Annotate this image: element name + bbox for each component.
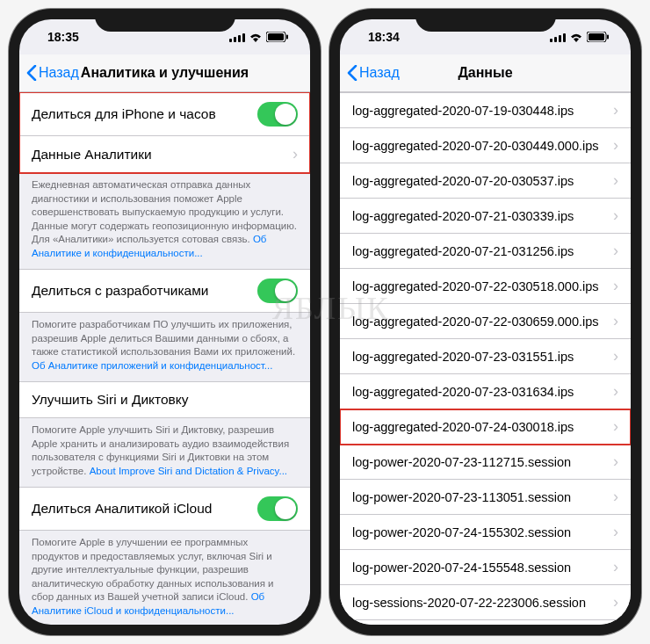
file-row[interactable]: log-aggregated-2020-07-20-030537.ips› — [340, 163, 631, 199]
back-button[interactable]: Назад — [347, 65, 400, 81]
footer-siri: Помогите Apple улучшить Siri и Диктовку,… — [19, 418, 310, 487]
file-row[interactable]: log-power-2020-07-24-155302.session› — [340, 515, 631, 550]
cellular-icon — [229, 33, 245, 42]
file-name: log-aggregated-2020-07-20-030449.000.ips — [352, 139, 599, 153]
file-row[interactable]: log-aggregated-2020-07-19-030448.ips› — [340, 92, 631, 128]
chevron-right-icon: › — [613, 242, 618, 260]
cell-label: Делиться для iPhone и часов — [32, 106, 216, 122]
phone-left: 18:35 Назад Аналитика и улучшения Делить… — [9, 9, 321, 635]
file-row[interactable]: log-aggregated-2020-07-20-030449.000.ips… — [340, 128, 631, 163]
file-name: log-power-2020-07-24-155548.session — [352, 561, 571, 575]
chevron-right-icon: › — [613, 171, 618, 190]
file-row[interactable]: log-aggregated-2020-07-21-031256.ips› — [340, 234, 631, 269]
back-label: Назад — [359, 65, 400, 81]
status-right — [229, 32, 289, 42]
svg-rect-9 — [559, 35, 561, 42]
screen-left: 18:35 Назад Аналитика и улучшения Делить… — [19, 19, 310, 625]
row-analytics-data[interactable]: Данные Аналитики › — [19, 136, 310, 173]
chevron-right-icon: › — [613, 488, 618, 506]
chevron-left-icon — [26, 65, 37, 81]
chevron-right-icon: › — [613, 101, 618, 119]
cellular-icon — [550, 33, 566, 42]
cell-label: Делиться с разработчиками — [32, 283, 208, 299]
file-row[interactable]: log-aggregated-2020-07-22-030518.000.ips… — [340, 269, 631, 304]
file-name: log-aggregated-2020-07-24-030018.ips — [352, 420, 574, 434]
svg-rect-7 — [550, 39, 552, 42]
group-siri: Улучшить Siri и Диктовку — [19, 381, 310, 418]
svg-rect-5 — [268, 33, 284, 40]
file-name: log-aggregated-2020-07-21-031256.ips — [352, 244, 574, 258]
svg-rect-1 — [234, 37, 236, 42]
link-siri-privacy[interactable]: About Improve Siri and Dictation & Priva… — [90, 466, 287, 476]
group-icloud: Делиться Аналитикой iCloud — [19, 487, 310, 531]
file-name: log-aggregated-2020-07-22-030659.000.ips — [352, 315, 599, 329]
toggle-icloud[interactable] — [257, 496, 298, 521]
file-row[interactable]: log-sessions-2020-07-22-223006.session› — [340, 585, 631, 620]
file-name: log-aggregated-2020-07-23-031551.ips — [352, 350, 574, 364]
phone-right: 18:34 Назад Данные log-aggregated-2020-0… — [329, 9, 641, 635]
status-time: 18:34 — [368, 30, 400, 44]
file-name: log-power-2020-07-23-113051.session — [352, 490, 571, 504]
svg-rect-12 — [589, 33, 604, 40]
row-improve-siri[interactable]: Улучшить Siri и Диктовку — [19, 381, 310, 418]
file-name: log-aggregated-2020-07-20-030537.ips — [352, 174, 574, 188]
file-list[interactable]: log-aggregated-2020-07-19-030448.ips›log… — [340, 92, 631, 625]
file-row[interactable]: log-sessions-2020-07-22-223220.session› — [340, 620, 631, 625]
file-name: log-aggregated-2020-07-21-030339.ips — [352, 209, 574, 223]
group-highlighted: Делиться для iPhone и часов Данные Анали… — [19, 92, 310, 173]
chevron-right-icon: › — [613, 593, 618, 611]
file-row[interactable]: log-power-2020-07-23-113051.session› — [340, 480, 631, 515]
file-row[interactable]: log-aggregated-2020-07-22-030659.000.ips… — [340, 304, 631, 339]
footer-devs: Помогите разработчикам ПО улучшить их пр… — [19, 313, 310, 381]
file-name: log-sessions-2020-07-22-223006.session — [352, 596, 586, 610]
row-share-iphone-watch[interactable]: Делиться для iPhone и часов — [19, 92, 310, 136]
chevron-right-icon: › — [613, 347, 618, 365]
svg-rect-8 — [554, 37, 557, 42]
file-name: log-power-2020-07-23-112715.session — [352, 455, 571, 469]
page-title: Аналитика и улучшения — [81, 65, 249, 81]
row-share-developers[interactable]: Делиться с разработчиками — [19, 269, 310, 313]
link-app-analytics-privacy[interactable]: Об Аналитике приложений и конфиденциальн… — [32, 360, 272, 371]
svg-rect-0 — [229, 39, 232, 42]
chevron-right-icon: › — [613, 312, 618, 330]
file-name: log-aggregated-2020-07-23-031634.ips — [352, 385, 574, 399]
wifi-icon — [249, 32, 263, 42]
svg-rect-10 — [563, 33, 566, 42]
svg-rect-2 — [238, 35, 241, 42]
file-row[interactable]: log-aggregated-2020-07-24-030018.ips› — [340, 409, 631, 445]
notch — [415, 9, 556, 32]
content-left[interactable]: Делиться для iPhone и часов Данные Анали… — [19, 92, 310, 625]
cell-label: Данные Аналитики — [32, 147, 152, 163]
toggle-share-iphone[interactable] — [257, 102, 298, 127]
file-name: log-aggregated-2020-07-19-030448.ips — [352, 104, 574, 118]
chevron-right-icon: › — [613, 277, 618, 295]
file-row[interactable]: log-aggregated-2020-07-23-031634.ips› — [340, 374, 631, 409]
footer-analytics: Ежедневная автоматическая отправка данны… — [19, 173, 310, 269]
chevron-right-icon: › — [613, 206, 618, 225]
chevron-right-icon: › — [292, 145, 298, 163]
cell-label: Улучшить Siri и Диктовку — [32, 392, 189, 408]
file-name: log-aggregated-2020-07-22-030518.000.ips — [352, 279, 599, 293]
screen-right: 18:34 Назад Данные log-aggregated-2020-0… — [340, 19, 631, 625]
back-label: Назад — [39, 65, 79, 81]
chevron-right-icon: › — [613, 382, 618, 401]
chevron-right-icon: › — [613, 523, 618, 541]
chevron-left-icon — [347, 65, 358, 81]
status-right — [550, 32, 610, 42]
file-row[interactable]: log-power-2020-07-23-112715.session› — [340, 445, 631, 480]
battery-icon — [266, 32, 289, 42]
footer-icloud: Помогите Apple в улучшении ее программны… — [19, 531, 310, 625]
chevron-right-icon: › — [613, 417, 618, 436]
row-icloud-analytics[interactable]: Делиться Аналитикой iCloud — [19, 487, 310, 531]
toggle-share-devs[interactable] — [257, 279, 298, 303]
file-row[interactable]: log-aggregated-2020-07-21-030339.ips› — [340, 199, 631, 234]
back-button[interactable]: Назад — [26, 65, 79, 81]
svg-rect-3 — [242, 33, 245, 42]
notch — [95, 9, 235, 32]
svg-rect-6 — [286, 35, 288, 40]
file-row[interactable]: log-aggregated-2020-07-23-031551.ips› — [340, 339, 631, 374]
svg-rect-13 — [607, 35, 609, 40]
file-row[interactable]: log-power-2020-07-24-155548.session› — [340, 550, 631, 585]
chevron-right-icon: › — [613, 452, 618, 471]
page-title: Данные — [458, 65, 512, 81]
